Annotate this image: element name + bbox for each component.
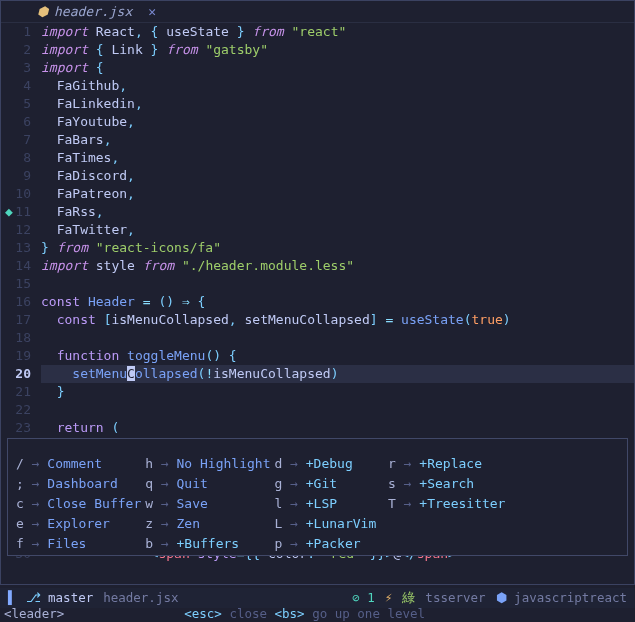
which-key-item[interactable]: ; → Dashboard [16, 475, 141, 493]
diagnostic-sign: ◆ [5, 203, 13, 221]
branch-icon: ⎇ [26, 590, 41, 605]
code-line: const Header = () ⇒ { [41, 293, 634, 311]
code-line: FaBars, [41, 131, 634, 149]
tab-filename: header.jsx [54, 3, 132, 21]
cmdline-hint: <esc> close <bs> go up one level [184, 605, 425, 622]
which-key-item[interactable]: / → Comment [16, 455, 141, 473]
diagnostic-hint-icon: ⚡ [385, 589, 393, 606]
code-line: FaTwitter, [41, 221, 634, 239]
close-icon[interactable]: ✕ [148, 3, 156, 21]
which-key-item[interactable]: d → +Debug [274, 455, 384, 473]
mode-indicator: ▌ [8, 589, 16, 606]
code-line [41, 275, 634, 293]
code-line [41, 329, 634, 347]
code-line: FaGithub, [41, 77, 634, 95]
code-line: import { [41, 59, 634, 77]
cursor: C [127, 366, 135, 381]
code-line: FaYoutube, [41, 113, 634, 131]
which-key-item[interactable]: z → Zen [145, 515, 270, 533]
info-icon: ⊘ [352, 590, 360, 605]
which-key-item[interactable]: L → +LunarVim [274, 515, 384, 533]
code-line: return ( [41, 419, 634, 437]
filetype-icon: ⬢ [496, 590, 507, 605]
editor-window: ⬢ header.jsx ✕ 1 2 3 4 5 6 7 8 9 10 ◆11 … [0, 0, 635, 585]
code-line: FaTimes, [41, 149, 634, 167]
which-key-item[interactable]: c → Close Buffer [16, 495, 141, 513]
tab-header-jsx[interactable]: ⬢ header.jsx ✕ [37, 3, 156, 21]
which-key-item[interactable]: w → Save [145, 495, 270, 513]
code-line-current: setMenuCollapsed(!isMenuCollapsed) [41, 365, 634, 383]
code-line: import style from "./header.module.less" [41, 257, 634, 275]
file-icon: ⬢ [37, 3, 48, 21]
which-key-item[interactable]: g → +Git [274, 475, 384, 493]
code-line: function toggleMenu() { [41, 347, 634, 365]
which-key-item[interactable]: b → +Buffers [145, 535, 270, 553]
leader-indicator: <leader> [4, 605, 64, 622]
which-key-item[interactable]: f → Files [16, 535, 141, 553]
which-key-item[interactable]: p → +Packer [274, 535, 384, 553]
treesitter-status: 綠 [402, 589, 415, 606]
which-key-item[interactable]: r → +Replace [388, 455, 505, 473]
which-key-popup: / → Comment; → Dashboardc → Close Buffer… [7, 438, 628, 556]
which-key-item[interactable]: h → No Highlight [145, 455, 270, 473]
code-line: FaPatreon, [41, 185, 634, 203]
current-line-number: 20 [1, 365, 31, 383]
code-line: import { Link } from "gatsby" [41, 41, 634, 59]
git-branch: ⎇ master [26, 589, 94, 606]
code-line: FaDiscord, [41, 167, 634, 185]
which-key-item[interactable]: s → +Search [388, 475, 505, 493]
status-filename: header.jsx [103, 589, 178, 606]
which-key-item[interactable]: l → +LSP [274, 495, 384, 513]
which-key-item[interactable]: q → Quit [145, 475, 270, 493]
code-line: FaLinkedin, [41, 95, 634, 113]
code-line: FaRss, [41, 203, 634, 221]
code-line: const [isMenuCollapsed, setMenuCollapsed… [41, 311, 634, 329]
filetype: ⬢ javascriptreact [496, 589, 627, 606]
lsp-status: tsserver [425, 589, 485, 606]
code-line [41, 401, 634, 419]
code-line: } from "react-icons/fa" [41, 239, 634, 257]
code-line: import React, { useState } from "react" [41, 23, 634, 41]
which-key-item[interactable]: T → +Treesitter [388, 495, 505, 513]
diagnostic-info: ⊘ 1 [352, 589, 375, 606]
tab-bar: ⬢ header.jsx ✕ [1, 1, 634, 23]
which-key-item[interactable]: e → Explorer [16, 515, 141, 533]
command-line: <leader> <esc> close <bs> go up one leve… [0, 606, 635, 622]
code-line: } [41, 383, 634, 401]
